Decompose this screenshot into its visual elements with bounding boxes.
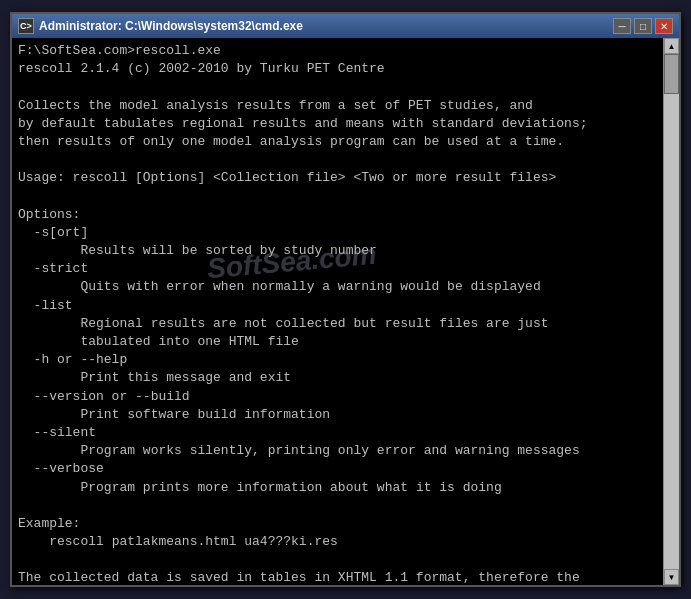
console-prompt-line: F:\SoftSea.com>rescoll.exe [18, 42, 657, 60]
cmd-window: C> Administrator: C:\Windows\system32\cm… [10, 12, 681, 587]
scrollbar[interactable]: ▲ ▼ [663, 38, 679, 585]
title-buttons: ─ □ ✕ [613, 18, 673, 34]
console-wrapper: F:\SoftSea.com>rescoll.exe rescoll 2.1.4… [12, 38, 663, 585]
console-output: rescoll 2.1.4 (c) 2002-2010 by Turku PET… [18, 60, 657, 585]
close-button[interactable]: ✕ [655, 18, 673, 34]
window-title: Administrator: C:\Windows\system32\cmd.e… [39, 19, 303, 33]
scrollbar-down-button[interactable]: ▼ [664, 569, 679, 585]
maximize-button[interactable]: □ [634, 18, 652, 34]
minimize-button[interactable]: ─ [613, 18, 631, 34]
console-content[interactable]: F:\SoftSea.com>rescoll.exe rescoll 2.1.4… [12, 38, 663, 585]
window-icon: C> [18, 18, 34, 34]
scrollbar-thumb[interactable] [664, 54, 679, 94]
console-area: F:\SoftSea.com>rescoll.exe rescoll 2.1.4… [12, 38, 679, 585]
title-bar-left: C> Administrator: C:\Windows\system32\cm… [18, 18, 303, 34]
title-bar: C> Administrator: C:\Windows\system32\cm… [12, 14, 679, 38]
scrollbar-track[interactable] [664, 54, 679, 569]
scrollbar-up-button[interactable]: ▲ [664, 38, 679, 54]
